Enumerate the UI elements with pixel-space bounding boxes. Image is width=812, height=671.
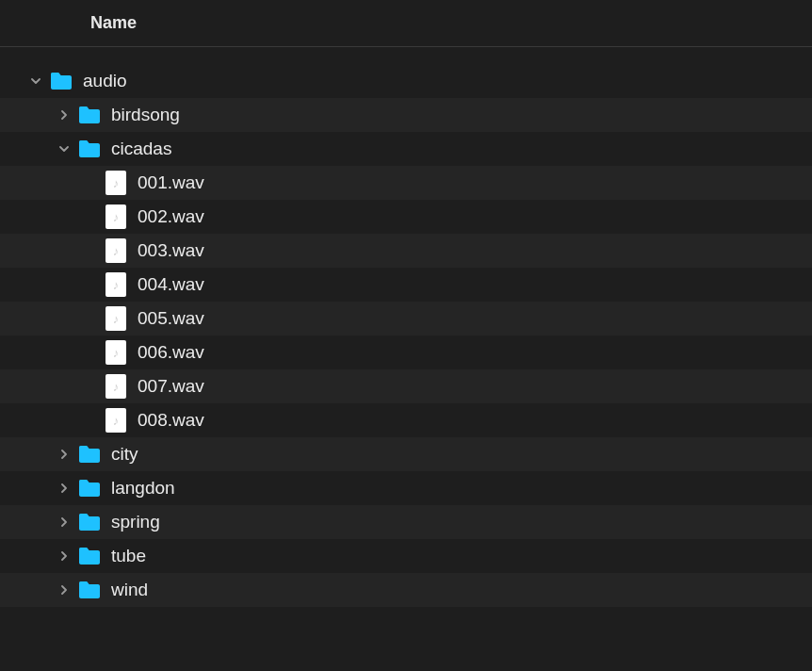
folder-label: langdon — [111, 478, 175, 499]
file-row[interactable]: 002.wav — [0, 200, 812, 234]
folder-label: tube — [111, 546, 146, 566]
folder-row[interactable]: city — [0, 437, 812, 471]
file-label: 007.wav — [138, 376, 204, 397]
folder-icon — [77, 580, 102, 600]
column-header-name[interactable]: Name — [90, 13, 137, 33]
folder-icon — [77, 546, 102, 566]
file-label: 005.wav — [138, 308, 204, 329]
folder-row[interactable]: tube — [0, 539, 812, 573]
audio-file-icon — [106, 374, 126, 399]
folder-row[interactable]: wind — [0, 573, 812, 607]
file-tree: audio birdsong cicadas001.wav002.wav003.… — [0, 47, 812, 607]
file-row[interactable]: 006.wav — [0, 336, 812, 369]
audio-file-icon — [106, 272, 126, 297]
folder-icon — [77, 139, 102, 159]
audio-file-icon — [106, 238, 126, 263]
folder-icon — [77, 512, 102, 532]
folder-icon — [77, 444, 102, 465]
file-row[interactable]: 003.wav — [0, 234, 812, 268]
folder-label: cicadas — [111, 139, 171, 159]
file-label: 006.wav — [138, 342, 204, 363]
folder-row[interactable]: audio — [0, 64, 812, 98]
audio-file-icon — [106, 171, 126, 195]
folder-label: city — [111, 444, 138, 465]
folder-row[interactable]: spring — [0, 505, 812, 539]
folder-icon — [49, 71, 73, 91]
chevron-right-icon[interactable] — [57, 548, 72, 564]
file-label: 002.wav — [138, 206, 204, 227]
file-label: 001.wav — [138, 172, 204, 193]
file-label: 004.wav — [138, 274, 204, 295]
folder-icon — [77, 478, 102, 499]
folder-label: audio — [83, 71, 127, 91]
chevron-right-icon[interactable] — [57, 447, 72, 462]
file-row[interactable]: 007.wav — [0, 369, 812, 403]
folder-icon — [77, 105, 102, 125]
file-row[interactable]: 008.wav — [0, 403, 812, 437]
folder-label: spring — [111, 512, 160, 532]
file-label: 003.wav — [138, 240, 204, 261]
file-row[interactable]: 001.wav — [0, 166, 812, 200]
chevron-right-icon[interactable] — [57, 582, 72, 597]
folder-label: birdsong — [111, 105, 180, 125]
file-row[interactable]: 004.wav — [0, 268, 812, 302]
folder-row[interactable]: langdon — [0, 471, 812, 505]
audio-file-icon — [106, 306, 126, 331]
folder-row[interactable]: birdsong — [0, 98, 812, 132]
chevron-down-icon[interactable] — [28, 74, 43, 89]
column-header-row: Name — [0, 0, 812, 47]
chevron-right-icon[interactable] — [57, 481, 72, 496]
audio-file-icon — [106, 408, 126, 433]
folder-label: wind — [111, 580, 148, 600]
file-label: 008.wav — [138, 410, 204, 431]
file-row[interactable]: 005.wav — [0, 302, 812, 336]
chevron-down-icon[interactable] — [57, 141, 72, 156]
chevron-right-icon[interactable] — [57, 107, 72, 123]
chevron-right-icon[interactable] — [57, 515, 72, 530]
audio-file-icon — [106, 340, 126, 365]
folder-row[interactable]: cicadas — [0, 132, 812, 166]
audio-file-icon — [106, 205, 126, 229]
